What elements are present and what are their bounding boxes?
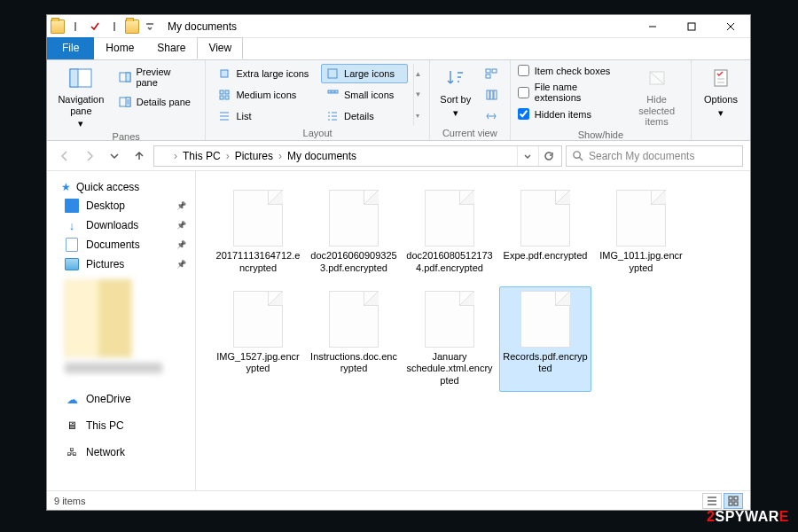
file-icon [616,190,666,246]
sidebar-item-onedrive[interactable]: OneDrive [47,389,195,409]
grid-icon [217,88,231,102]
checkbox-item-checkboxes[interactable]: Item check boxes [518,64,624,77]
view-details-button[interactable] [702,493,722,509]
view-switcher [702,493,743,509]
sidebar-item-desktop[interactable]: Desktop [47,196,195,215]
folder-icon[interactable] [125,20,139,34]
close-button[interactable] [711,15,750,38]
body: ★Quick access Desktop Downloads Document… [47,171,750,490]
svg-rect-0 [688,23,695,30]
layout-medium[interactable]: Medium icons [213,85,316,105]
group-layout: Extra large icons Medium icons List Larg… [206,60,429,140]
sidebar-item-thispc[interactable]: This PC [47,416,195,435]
address-bar-row: › This PC › Pictures › My documents Sear… [47,141,750,171]
preview-pane-button[interactable]: Preview pane [113,64,199,90]
address-dropdown[interactable] [517,146,536,166]
group-caption: Show/hide [518,128,684,140]
hide-selected-button[interactable]: Hide selected items [630,64,684,128]
chevron-down-icon: ▾ [78,118,83,129]
group-current-view: Sort by▾ Current view [430,60,511,140]
file-icon [425,190,474,246]
details-pane-button[interactable]: Details pane [113,92,199,112]
svg-rect-2 [70,69,78,87]
nav-pane-label: Navigation pane [54,94,108,116]
file-item[interactable]: Records.pdf.encrypted [499,286,591,392]
file-item[interactable]: doc20160609093253.pdf.encrypted [308,185,400,279]
svg-rect-11 [225,96,229,99]
sidebar-item-network[interactable]: Network [47,442,195,462]
address-bar[interactable]: › This PC › Pictures › My documents [153,145,562,167]
view-large-icons-button[interactable] [724,493,743,509]
status-bar: 9 items [47,490,750,510]
quick-launch [47,18,162,35]
forward-button[interactable] [79,145,100,167]
layout-details[interactable]: Details [321,106,408,126]
layout-list[interactable]: List [213,106,316,126]
options-button[interactable]: Options▾ [699,64,743,118]
columns-icon [484,88,498,102]
group-by-button[interactable] [480,64,503,83]
recent-locations-button[interactable] [104,145,125,167]
expand-icon[interactable]: ▾ [416,112,419,120]
file-item[interactable]: Expe.pdf.encrypted [499,185,591,279]
sort-by-button[interactable]: Sort by▾ [437,64,474,118]
qat-dropdown-icon[interactable] [141,18,159,35]
tab-share[interactable]: Share [145,37,197,59]
svg-rect-21 [494,90,497,99]
sidebar-quick-access[interactable]: ★Quick access [47,178,195,196]
svg-rect-4 [126,73,130,82]
file-name: Records.pdf.encrypted [502,351,589,376]
navigation-pane-button[interactable]: Navigation pane▾ [54,64,108,129]
file-item[interactable]: IMG_1527.jpg.encrypted [212,286,304,392]
file-item[interactable]: Instructions.doc.encrypted [308,286,400,392]
breadcrumb-seg[interactable]: This PC [181,150,223,162]
sidebar-item-documents[interactable]: Documents [47,235,195,254]
svg-rect-26 [734,497,738,500]
ribbon-tabs: File Home Share View [47,38,750,59]
maximize-button[interactable] [672,15,711,38]
scroll-up-icon[interactable]: ▲ [414,70,421,78]
refresh-button[interactable] [538,146,558,166]
chevron-right-icon[interactable]: › [277,150,284,162]
file-item[interactable]: doc20160805121734.pdf.encrypted [403,185,496,279]
svg-rect-13 [328,90,331,93]
layout-extra-large[interactable]: Extra large icons [213,64,316,83]
checkbox-file-extensions[interactable]: File name extensions [518,81,624,104]
file-item[interactable]: IMG_1011.jpg.encrypted [595,185,687,279]
qat-check-icon[interactable] [86,18,104,35]
sidebar-item-downloads[interactable]: Downloads [47,215,195,235]
checkbox-hidden-items[interactable]: Hidden items [518,107,624,121]
tab-view[interactable]: View [197,37,243,59]
chevron-right-icon[interactable]: › [224,150,231,162]
scroll-down-icon[interactable]: ▼ [414,90,421,98]
nav-sidebar: ★Quick access Desktop Downloads Document… [47,171,196,490]
chevron-right-icon[interactable]: › [172,150,179,162]
file-item[interactable]: January schedule.xtml.encrypted [403,286,496,392]
up-button[interactable] [129,145,150,167]
breadcrumb-seg[interactable]: Pictures [233,150,275,162]
group-caption [699,126,743,138]
chevron-down-icon: ▾ [453,107,458,119]
search-box[interactable]: Search My documents [566,145,743,167]
file-view[interactable]: 20171113164712.encrypteddoc2016060909325… [196,171,750,490]
minimize-button[interactable] [633,15,672,38]
chevron-down-icon: ▾ [718,107,724,119]
file-name: doc20160609093253.pdf.encrypted [310,250,397,275]
tab-file[interactable]: File [47,37,94,59]
layout-small[interactable]: Small icons [321,85,408,105]
grid-icon [217,66,231,81]
watermark: 2SPYWARE [707,509,789,525]
breadcrumb-seg[interactable]: My documents [286,150,358,162]
star-icon: ★ [61,181,71,193]
size-columns-button[interactable] [480,106,503,126]
back-button[interactable] [54,145,75,167]
svg-rect-8 [220,90,223,94]
file-item[interactable]: 20171113164712.encrypted [212,185,304,279]
add-columns-button[interactable] [480,85,503,105]
nav-pane-icon [66,64,95,92]
sidebar-item-pictures[interactable]: Pictures [47,254,195,274]
svg-rect-25 [729,497,732,500]
layout-large[interactable]: Large icons [321,64,408,83]
file-name: IMG_1011.jpg.encrypted [598,250,685,275]
tab-home[interactable]: Home [94,37,145,59]
